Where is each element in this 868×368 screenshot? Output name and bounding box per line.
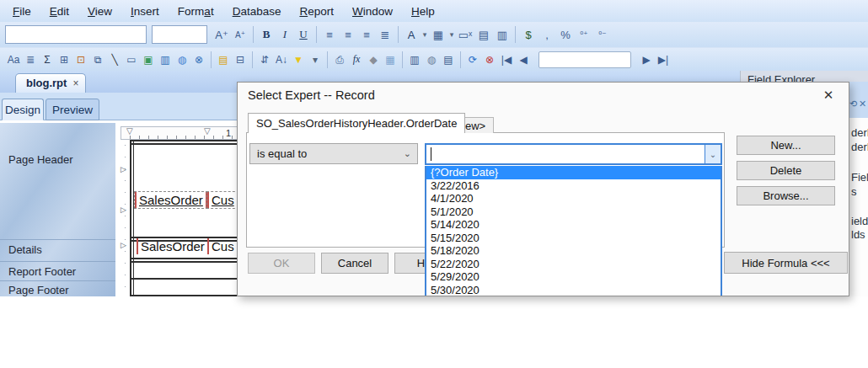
increase-font-size-icon[interactable]: A⁺ [212,25,231,44]
combo-dropdown-button[interactable]: ⌄ [705,145,721,163]
browse-button[interactable]: Browse... [737,186,835,205]
guide-marker-icon[interactable]: ▷ [121,241,126,249]
lock-position-icon[interactable]: ▥ [493,25,512,44]
thousands-separator-icon[interactable]: , [538,25,556,44]
increase-decimals-icon[interactable]: ⁰⁺ [575,25,593,44]
dropdown-list-item[interactable]: 5/30/2020 [426,284,721,297]
operator-select[interactable]: is equal to ⌄ [249,143,418,164]
align-center-icon[interactable]: ≡ [339,25,357,44]
select-expert-dropdown-icon[interactable]: ▾ [307,51,324,69]
tab-preview[interactable]: Preview [46,99,99,120]
delete-button[interactable]: Delete [737,161,835,180]
guide-marker-icon[interactable]: ▷ [121,165,126,173]
currency-icon[interactable]: $ [519,25,538,44]
report-explorer-icon[interactable]: ◍ [423,51,440,69]
dropdown-list-item[interactable]: {?Order Date} [426,166,721,179]
guide-marker-icon[interactable]: ▷ [121,205,126,214]
document-tab-blog-rpt[interactable]: blog.rpt × [15,73,86,93]
borders-icon[interactable]: ▦ [429,25,447,44]
tab-design[interactable]: Design [2,99,44,120]
dropdown-list-item[interactable]: 5/18/2020 [426,244,721,258]
dialog-close-icon[interactable]: ✕ [820,88,837,103]
insert-line-icon[interactable]: ╲ [106,51,123,69]
font-color-dropdown-icon[interactable]: ▾ [421,25,429,44]
detail-field-object[interactable]: SalesOrder [137,238,209,254]
set-datasource-icon[interactable]: ⊟ [232,51,249,69]
font-name-combo[interactable] [5,25,147,44]
section-label-details[interactable]: Details [8,243,42,256]
grid-options-icon[interactable]: ▦ [382,51,399,69]
previous-page-icon[interactable]: ◀ [515,51,532,69]
dropdown-list-item[interactable]: 5/14/2020 [426,218,721,232]
cancel-button[interactable]: Cancel [321,253,388,274]
header-field-object[interactable]: Cus [207,192,238,208]
insert-chart-icon[interactable]: ▥ [157,51,174,69]
decrease-font-size-icon[interactable]: A⁺ [231,25,249,44]
olap-design-icon[interactable]: ◆ [365,51,382,69]
align-left-icon[interactable]: ≡ [320,25,339,44]
borders-dropdown-icon[interactable]: ▾ [447,25,456,44]
menu-format[interactable]: Format [169,3,223,20]
italic-icon[interactable]: I [276,25,294,44]
insert-box-icon[interactable]: ▭ [123,51,140,69]
menu-file[interactable]: File [3,3,40,20]
panel-toolbar-icon-fragment[interactable]: ⟲ [849,99,857,109]
align-justify-icon[interactable]: ≣ [376,25,394,44]
insert-olap-grid-icon[interactable]: ⊡ [72,51,89,69]
refresh-icon[interactable]: ⟳ [464,51,481,69]
section-label-report-footer[interactable]: Report Footer [8,265,76,278]
underline-icon[interactable]: U [294,25,313,44]
font-size-combo[interactable] [152,25,207,44]
first-page-icon[interactable]: |◀ [498,51,515,69]
percent-icon[interactable]: % [556,25,575,44]
new-button[interactable]: New... [737,136,835,155]
menu-window[interactable]: Window [343,3,402,20]
insert-summary-icon[interactable]: Σ [39,51,56,69]
insert-text-object-icon[interactable]: Aa [5,51,22,69]
lock-format-icon[interactable]: ▤ [474,25,493,44]
dropdown-list-item[interactable]: 5/29/2020 [426,270,721,284]
dropdown-list-item[interactable]: 5/1/2020 [426,205,721,219]
insert-map-icon[interactable]: ◍ [174,51,190,69]
panel-toolbar-icon-fragment[interactable]: ✕ [859,99,866,109]
insert-crosstab-icon[interactable]: ⊞ [56,51,72,69]
stop-icon[interactable]: ⊗ [481,51,498,69]
section-label-page-footer[interactable]: Page Footer [8,284,69,296]
menu-database[interactable]: Database [223,3,291,20]
dropdown-list-item[interactable]: 5/22/2020 [426,258,721,271]
dropdown-list-item[interactable]: 5/15/2020 [426,232,721,245]
last-page-icon[interactable]: ▶| [655,51,672,69]
dropdown-list-item[interactable]: 4/1/2020 [426,192,721,205]
tab-orderdate-condition[interactable]: SO_SalesOrderHistoryHeader.OrderDate [248,113,465,133]
insert-picture-icon[interactable]: ▣ [140,51,157,69]
menu-edit[interactable]: Edit [40,3,78,20]
menu-view[interactable]: View [78,3,121,20]
next-page-icon[interactable]: ▶ [638,51,655,69]
page-number-box[interactable] [538,51,631,68]
font-color-icon[interactable]: A [402,25,421,44]
section-label-page-header[interactable]: Page Header [8,153,73,166]
hide-formula-button[interactable]: Hide Formula <<< [724,252,848,274]
value-dropdown-list[interactable]: {?Order Date}3/22/20164/1/20205/1/20205/… [425,166,722,296]
decrease-decimals-icon[interactable]: ⁰⁻ [593,25,612,44]
bold-icon[interactable]: B [257,25,276,44]
suppress-icon[interactable]: ▭ˣ [456,25,474,44]
insert-group-icon[interactable]: ≣ [22,51,39,69]
align-right-icon[interactable]: ≡ [357,25,376,44]
insert-subreport-icon[interactable]: ⧉ [89,51,106,69]
ok-button[interactable]: OK [248,253,315,274]
close-tab-icon[interactable]: × [72,77,78,93]
menu-report[interactable]: Report [290,3,343,20]
value-combo-input[interactable]: ⌄ [425,143,722,165]
detail-field-object[interactable]: Cus [207,238,238,254]
record-sort-expert-icon[interactable]: A↓ [273,51,290,69]
section-expert-icon[interactable]: ⎙ [331,51,348,69]
header-field-object[interactable]: SalesOrder [135,192,207,208]
dropdown-list-item[interactable]: 3/22/2016 [426,179,721,193]
insert-flash-icon[interactable]: ⊗ [190,51,207,69]
field-explorer-icon[interactable]: ▥ [406,51,423,69]
menu-insert[interactable]: Insert [121,3,169,20]
repository-explorer-icon[interactable]: ▤ [440,51,457,69]
group-expert-icon[interactable]: ⇵ [256,51,273,69]
formula-workshop-icon[interactable]: fx [348,51,365,69]
